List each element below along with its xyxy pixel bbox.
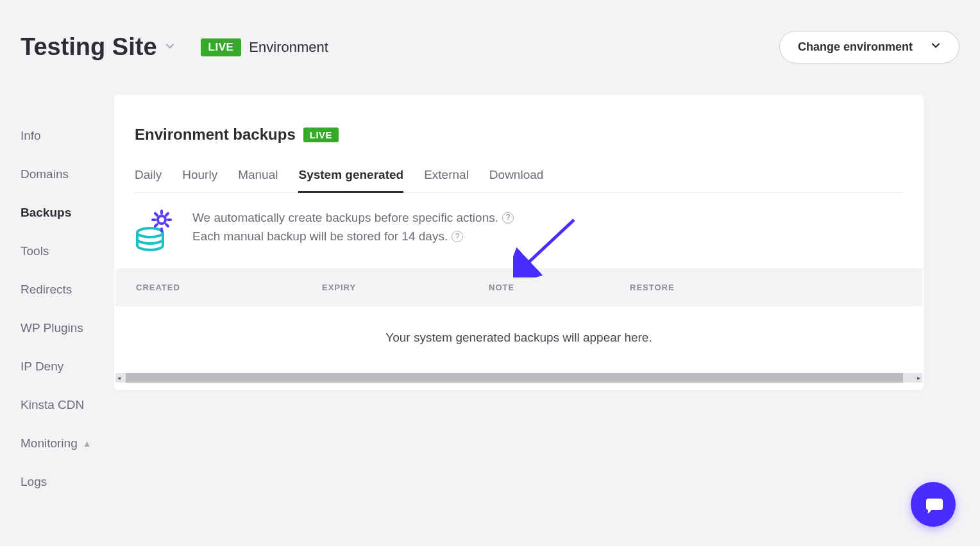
sidebar-item-tools[interactable]: Tools <box>21 232 114 270</box>
alert-icon: ▲ <box>83 438 92 449</box>
card-header: Environment backups LIVE <box>114 95 924 159</box>
page-header: Testing Site LIVE Environment Change env… <box>0 0 980 81</box>
info-line-1: We automatically create backups before s… <box>192 208 498 227</box>
svg-point-1 <box>158 216 165 224</box>
tab-system-generated[interactable]: System generated <box>298 159 403 193</box>
sidebar-item-label: WP Plugins <box>21 321 83 335</box>
database-gear-icon <box>135 208 174 248</box>
info-text: We automatically create backups before s… <box>192 208 514 246</box>
help-icon[interactable]: ? <box>502 212 514 224</box>
backups-card: Environment backups LIVE Daily Hourly Ma… <box>114 95 924 390</box>
sidebar-item-monitoring[interactable]: Monitoring ▲ <box>21 424 114 463</box>
change-environment-label: Change environment <box>798 40 913 54</box>
sidebar-item-label: Backups <box>21 206 71 220</box>
col-created: CREATED <box>136 283 322 292</box>
chevron-down-icon <box>165 41 175 54</box>
tab-download[interactable]: Download <box>489 159 544 193</box>
sidebar-item-info[interactable]: Info <box>21 117 114 155</box>
chat-icon <box>922 493 944 515</box>
tab-label: Daily <box>135 168 162 181</box>
tab-daily[interactable]: Daily <box>135 159 162 193</box>
col-note: NOTE <box>489 283 630 292</box>
sidebar-item-ip-deny[interactable]: IP Deny <box>21 347 114 386</box>
tab-external[interactable]: External <box>424 159 469 193</box>
col-expiry: EXPIRY <box>322 283 489 292</box>
sidebar-item-wp-plugins[interactable]: WP Plugins <box>21 309 114 347</box>
sidebar-item-label: IP Deny <box>21 360 63 374</box>
scroll-right-icon[interactable]: ▸ <box>915 374 922 381</box>
site-title-dropdown[interactable]: Testing Site <box>21 33 175 61</box>
sidebar-item-domains[interactable]: Domains <box>21 155 114 194</box>
chat-launcher-button[interactable] <box>911 482 956 527</box>
scroll-left-icon[interactable]: ◂ <box>115 374 122 381</box>
tab-manual[interactable]: Manual <box>238 159 278 193</box>
sidebar: Info Domains Backups Tools Redirects WP … <box>21 117 114 501</box>
site-title: Testing Site <box>21 33 157 61</box>
info-block: We automatically create backups before s… <box>114 193 924 269</box>
live-badge: LIVE <box>201 38 242 56</box>
tab-label: System generated <box>298 168 403 181</box>
table-empty-message: Your system generated backups will appea… <box>114 306 924 373</box>
backup-tabs: Daily Hourly Manual System generated Ext… <box>135 159 903 193</box>
col-restore: RESTORE <box>630 283 902 292</box>
sidebar-item-label: Monitoring <box>21 436 78 451</box>
sidebar-item-kinsta-cdn[interactable]: Kinsta CDN <box>21 386 114 424</box>
live-badge: LIVE <box>303 128 339 142</box>
scroll-thumb[interactable] <box>126 373 903 383</box>
tab-label: Manual <box>238 168 278 181</box>
info-line-2: Each manual backup will be stored for 14… <box>192 227 448 245</box>
table-header: CREATED EXPIRY NOTE RESTORE <box>115 269 922 306</box>
card-title: Environment backups <box>135 126 296 144</box>
horizontal-scrollbar[interactable]: ◂ ▸ <box>115 373 922 383</box>
tab-label: External <box>424 168 469 181</box>
environment-indicator: LIVE Environment <box>201 38 328 56</box>
change-environment-button[interactable]: Change environment <box>779 31 959 63</box>
sidebar-item-label: Domains <box>21 167 69 181</box>
sidebar-item-label: Redirects <box>21 283 72 297</box>
tab-label: Download <box>489 168 544 181</box>
sidebar-item-logs[interactable]: Logs <box>21 463 114 501</box>
sidebar-item-label: Kinsta CDN <box>21 398 84 412</box>
tab-label: Hourly <box>182 168 217 181</box>
sidebar-item-label: Info <box>21 129 41 143</box>
tab-hourly[interactable]: Hourly <box>182 159 217 193</box>
sidebar-item-redirects[interactable]: Redirects <box>21 270 114 309</box>
help-icon[interactable]: ? <box>452 231 463 242</box>
sidebar-item-label: Logs <box>21 475 47 489</box>
svg-point-0 <box>137 228 163 237</box>
chevron-down-icon <box>931 40 941 54</box>
sidebar-item-label: Tools <box>21 244 49 258</box>
sidebar-item-backups[interactable]: Backups <box>21 194 114 232</box>
environment-label: Environment <box>249 39 328 56</box>
